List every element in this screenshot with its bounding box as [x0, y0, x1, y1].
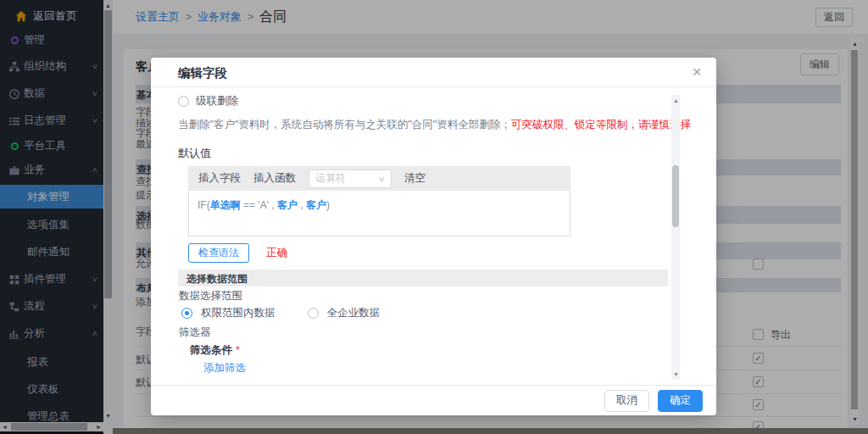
radio-checked-icon[interactable] — [181, 308, 192, 319]
required-asterisk: * — [236, 344, 240, 356]
scroll-down-arrow[interactable]: ▼ — [673, 370, 679, 379]
modal-title: 编辑字段 — [178, 65, 227, 81]
screen: 设置主页 > 业务对象 > 合同 返回 客户2 编辑 基本信息 查找信息 选择数… — [0, 0, 868, 434]
cascade-delete-radio-row[interactable]: 级联删除 — [178, 94, 238, 108]
formula-widget: 插入字段 插入函数 运算符 ∨ 清空 IF(单选啊 == 'A' , 客户 , … — [188, 166, 570, 236]
operator-placeholder: 运算符 — [315, 171, 346, 186]
modal-header: 编辑字段 ✕ — [151, 58, 716, 87]
modal-scrollbar-thumb[interactable] — [672, 165, 679, 227]
syntax-result-text: 正确 — [266, 246, 287, 260]
cancel-button[interactable]: 取消 — [604, 390, 649, 412]
filter-condition-label: 筛选条件* — [190, 343, 240, 358]
check-syntax-button[interactable]: 检查语法 — [188, 243, 249, 263]
edit-field-modal: 编辑字段 ✕ 级联删除 当删除"客户"资料时，系统自动将所有与之关联的"合同"资… — [151, 58, 716, 415]
radio-unchecked-icon[interactable] — [308, 308, 319, 319]
formula-editor[interactable]: IF(单选啊 == 'A' , 客户 , 客户) — [188, 191, 570, 236]
modal-scrollbar[interactable]: ▲ ▼ — [671, 95, 680, 380]
scope-option-enterprise-label[interactable]: 全企业数据 — [327, 306, 381, 320]
modal-footer: 取消 确定 — [151, 385, 716, 415]
formula-field-token[interactable]: 客户 — [306, 199, 326, 211]
cascade-delete-note: 当删除"客户"资料时，系统自动将所有与之关联的"合同"资料全部删除；可突破权限、… — [178, 118, 691, 132]
add-filter-link[interactable]: 添加筛选 — [203, 361, 246, 376]
operator-select[interactable]: 运算符 ∨ — [309, 170, 392, 188]
insert-function-button[interactable]: 插入函数 — [253, 171, 296, 186]
default-value-label: 默认值 — [178, 146, 211, 161]
filter-label: 筛选器 — [179, 326, 211, 340]
clear-button[interactable]: 清空 — [404, 171, 426, 186]
formula-text: IF( — [198, 199, 210, 211]
scroll-up-arrow[interactable]: ▲ — [673, 97, 679, 105]
formula-field-token[interactable]: 单选啊 — [210, 199, 241, 211]
radio-unchecked-icon[interactable] — [178, 96, 189, 107]
close-icon[interactable]: ✕ — [689, 64, 704, 80]
danger-note: 可突破权限、锁定等限制，请谨慎选择 — [511, 119, 692, 131]
formula-text: ) — [326, 199, 330, 211]
chevron-down-icon: ∨ — [378, 175, 386, 183]
formula-field-token[interactable]: 客户 — [277, 199, 298, 211]
formula-toolbar: 插入字段 插入函数 运算符 ∨ 清空 — [188, 166, 570, 191]
data-scope-label: 数据选择范围 — [179, 289, 242, 303]
scope-option-permission-label[interactable]: 权限范围内数据 — [201, 306, 275, 320]
insert-field-button[interactable]: 插入字段 — [198, 171, 241, 186]
syntax-check-row: 检查语法 正确 — [188, 243, 287, 263]
data-scope-radio-group: 权限范围内数据 全企业数据 — [181, 306, 380, 320]
select-data-scope-section-header: 选择数据范围 — [178, 270, 668, 287]
confirm-button[interactable]: 确定 — [658, 390, 703, 412]
formula-text: == 'A' , — [241, 199, 277, 211]
cascade-delete-label: 级联删除 — [196, 94, 238, 108]
formula-text: , — [298, 199, 306, 211]
